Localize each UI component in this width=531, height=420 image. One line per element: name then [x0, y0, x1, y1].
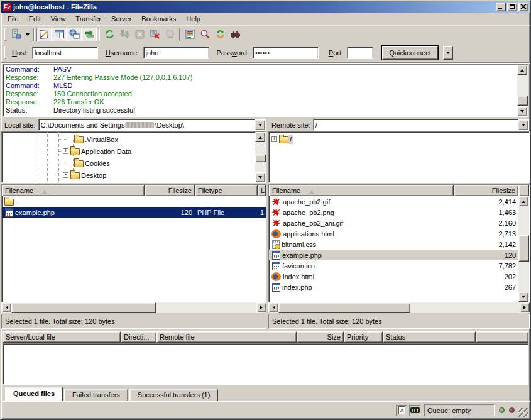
toggle-transfer-queue-button[interactable]: [82, 28, 97, 41]
scrollbar-thumb[interactable]: [517, 96, 528, 106]
directory-filter-button[interactable]: [182, 28, 197, 41]
scrollbar-thumb[interactable]: [11, 302, 156, 313]
scroll-down-button[interactable]: [517, 106, 527, 116]
maximize-button[interactable]: [507, 3, 517, 11]
minimize-button[interactable]: [496, 3, 506, 11]
tree-item-virtualbox[interactable]: .VirtualBox: [2, 133, 255, 145]
column-header-last-modified[interactable]: L: [258, 185, 266, 196]
port-input[interactable]: [347, 47, 373, 59]
quickconnect-button[interactable]: Quickconnect: [382, 46, 438, 60]
expand-icon[interactable]: +: [63, 148, 68, 154]
directory-comparison-button[interactable]: [197, 28, 212, 41]
column-header-direction[interactable]: Directi...: [121, 331, 156, 343]
remote-site-path-combo[interactable]: /: [313, 119, 529, 131]
file-row[interactable]: favicon.ico 7,782: [269, 260, 518, 271]
tab-successful-transfers[interactable]: Successful transfers (1): [129, 389, 219, 401]
quickconnect-dropdown-button[interactable]: [443, 46, 453, 60]
menu-file[interactable]: File: [3, 13, 24, 25]
file-row[interactable]: index.php 267: [269, 282, 518, 292]
reconnect-icon: [165, 29, 175, 40]
remote-list-hscrollbar[interactable]: [268, 302, 530, 313]
scroll-up-button[interactable]: [518, 196, 528, 206]
expand-icon[interactable]: +: [271, 136, 277, 142]
scroll-down-button[interactable]: [255, 172, 265, 182]
menu-transfer[interactable]: Transfer: [70, 13, 106, 25]
menu-server[interactable]: Server: [106, 13, 136, 25]
resize-grip[interactable]: [518, 408, 528, 417]
find-files-button[interactable]: [227, 28, 243, 41]
scroll-left-button[interactable]: [268, 302, 278, 312]
site-manager-button[interactable]: [8, 28, 23, 41]
column-header-filetype[interactable]: Filetype: [195, 185, 258, 196]
tree-item-root[interactable]: + /: [269, 133, 529, 145]
title-bar[interactable]: Fz john@localhost - FileZilla: [1, 1, 530, 13]
host-input[interactable]: [32, 47, 98, 59]
scroll-up-button[interactable]: [255, 132, 265, 142]
menu-help[interactable]: Help: [181, 13, 205, 25]
file-row[interactable]: apache_pb2.png 1,463: [269, 207, 518, 218]
remote-site-dropdown-button[interactable]: [518, 119, 528, 130]
queue-body[interactable]: [3, 343, 528, 385]
collapse-icon[interactable]: -: [63, 172, 68, 178]
file-row-selected[interactable]: example.php 120: [269, 250, 518, 260]
local-site-dropdown-button[interactable]: [255, 119, 265, 130]
username-input[interactable]: [143, 47, 209, 59]
log-vertical-scrollbar[interactable]: [517, 65, 528, 116]
scroll-up-button[interactable]: [517, 65, 527, 75]
column-header-server-local-file[interactable]: Server/Local file: [3, 331, 121, 343]
local-tree-scrollbar[interactable]: [255, 132, 266, 182]
tab-queued-files[interactable]: Queued files: [5, 387, 63, 401]
refresh-button[interactable]: [102, 28, 117, 41]
file-row[interactable]: bitnami.css 2,142: [269, 239, 518, 250]
column-header-filesize[interactable]: Filesize: [454, 185, 518, 196]
column-header-status[interactable]: Status: [383, 331, 476, 343]
column-header-filesize[interactable]: Filesize: [145, 185, 195, 196]
speed-limits-indicator[interactable]: [409, 405, 420, 416]
column-header-remote-file[interactable]: Remote file: [156, 331, 297, 343]
scrollbar-thumb[interactable]: [278, 302, 410, 313]
local-site-path-combo[interactable]: C:\Documents and Settings\Desktop\: [38, 119, 266, 131]
scroll-down-button[interactable]: [518, 292, 528, 302]
process-queue-button[interactable]: [117, 28, 132, 41]
column-header-filename[interactable]: Filename: [2, 185, 145, 196]
scrollbar-thumb[interactable]: [255, 155, 266, 162]
scroll-right-button[interactable]: [256, 302, 266, 312]
tree-item-application-data[interactable]: + Application Data: [2, 145, 255, 157]
scrollbar-thumb[interactable]: [518, 235, 529, 262]
column-header-priority[interactable]: Priority: [344, 331, 383, 343]
reconnect-button[interactable]: [162, 28, 177, 41]
password-input[interactable]: [253, 47, 319, 59]
file-row-parent-dir[interactable]: ..: [2, 196, 266, 207]
file-row-selected[interactable]: example.php 120 PHP File 1: [2, 207, 266, 218]
folder-icon: [4, 199, 14, 206]
tree-item-cookies[interactable]: Cookies: [2, 157, 255, 169]
disconnect-button[interactable]: [147, 28, 162, 41]
scroll-left-button[interactable]: [1, 302, 11, 312]
menu-view[interactable]: View: [46, 13, 71, 25]
toggle-message-log-button[interactable]: [36, 28, 52, 41]
status-bar: Queue: empty: [1, 401, 530, 419]
transfer-type-indicator[interactable]: [396, 405, 407, 416]
remote-list-vscrollbar[interactable]: [518, 196, 529, 302]
file-row[interactable]: index.html 202: [269, 271, 518, 282]
process-queue-icon: [119, 29, 130, 40]
file-row[interactable]: applications.html 2,713: [269, 228, 518, 239]
menu-edit[interactable]: Edit: [24, 13, 46, 25]
file-row[interactable]: apache_pb2_ani.gif 2,160: [269, 218, 518, 228]
local-list-hscrollbar[interactable]: [1, 302, 266, 313]
column-header-size[interactable]: Size: [297, 331, 344, 343]
tree-item-desktop[interactable]: - Desktop: [2, 169, 255, 181]
toggle-remote-tree-button[interactable]: [67, 28, 82, 41]
menu-bookmarks[interactable]: Bookmarks: [136, 13, 181, 25]
close-button[interactable]: [518, 3, 528, 11]
cancel-button[interactable]: [132, 28, 147, 41]
tab-failed-transfers[interactable]: Failed transfers: [64, 389, 128, 401]
site-manager-dropdown-button[interactable]: [23, 28, 31, 41]
file-row[interactable]: apache_pb2.gif 2,414: [269, 196, 518, 207]
scroll-right-button[interactable]: [520, 302, 530, 312]
synchronized-browsing-button[interactable]: [212, 28, 227, 41]
column-header-filename[interactable]: Filename: [269, 185, 454, 196]
toggle-local-tree-button[interactable]: [52, 28, 67, 41]
remote-site-label: Remote site:: [269, 120, 313, 130]
remote-site-header: Remote site: /: [268, 118, 530, 131]
